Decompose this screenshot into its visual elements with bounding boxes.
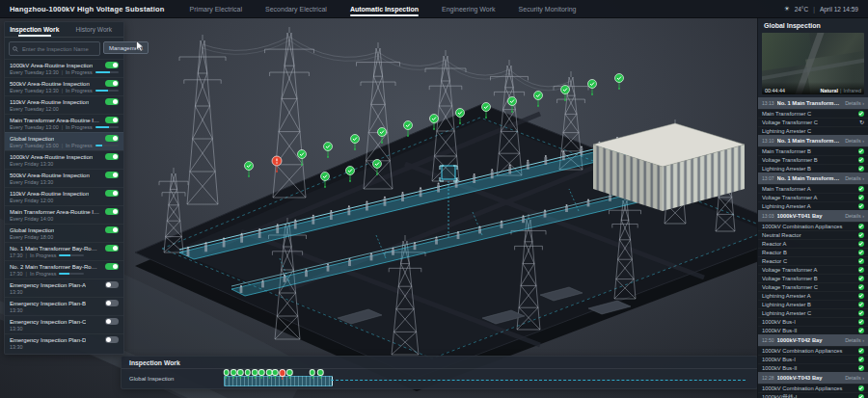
device-row[interactable]: Voltage Transformer A: [758, 193, 868, 201]
device-row[interactable]: Voltage Transformer C: [758, 282, 868, 291]
ok-marker[interactable]: [588, 80, 597, 96]
device-row[interactable]: Reactor B: [758, 248, 868, 256]
inspection-enable-toggle[interactable]: [105, 226, 119, 233]
group-details-link[interactable]: Details ›: [845, 375, 864, 381]
inspection-enable-toggle[interactable]: [105, 318, 119, 325]
device-row[interactable]: Voltage Transformer B: [758, 274, 868, 282]
inspection-enable-toggle[interactable]: [105, 98, 119, 105]
tab-inspection-work[interactable]: Inspection Work: [5, 22, 65, 37]
device-row[interactable]: 1000kV/母线-I: [758, 392, 868, 398]
inspection-enable-toggle[interactable]: [105, 190, 119, 197]
device-row[interactable]: Lightning Arrester A: [758, 291, 868, 300]
inspection-enable-toggle[interactable]: [105, 153, 119, 160]
video-mode-toggle[interactable]: Natural | Infrared: [820, 88, 861, 93]
device-row[interactable]: Neutral Reactor: [758, 230, 868, 239]
timeline-ok-pin[interactable]: [286, 369, 293, 379]
mode-natural[interactable]: Natural: [820, 88, 838, 93]
device-row[interactable]: 1000kV Bus-I: [758, 355, 868, 363]
device-row[interactable]: Main Transformer B: [758, 146, 868, 155]
management-button[interactable]: Management: [103, 41, 149, 54]
device-row[interactable]: Lightning Arrester A: [758, 201, 868, 210]
group-details-link[interactable]: Details ›: [845, 175, 864, 181]
nav-item-security-monitoring[interactable]: Security Monitoring: [519, 0, 577, 17]
timeline-alert-pin[interactable]: [279, 369, 286, 380]
device-row[interactable]: Voltage Transformer C↻: [758, 118, 868, 126]
device-row[interactable]: Main Transformer A: [758, 184, 868, 193]
device-row[interactable]: Reactor C: [758, 256, 868, 265]
ok-marker[interactable]: [298, 150, 307, 167]
inspection-list-item[interactable]: Main Transformer Area-Routine Inspection…: [5, 114, 123, 132]
device-row[interactable]: 1000kV Combination Appliances: [758, 346, 868, 355]
timeline-track[interactable]: [224, 369, 746, 387]
mode-infrared[interactable]: Infrared: [843, 88, 861, 93]
device-row[interactable]: Voltage Transformer B: [758, 155, 868, 164]
device-row[interactable]: Reactor A: [758, 239, 868, 248]
inspection-enable-toggle[interactable]: [105, 300, 119, 306]
inspection-enable-toggle[interactable]: [105, 281, 119, 288]
nav-item-engineering-work[interactable]: Engineering Work: [442, 0, 496, 17]
timeline-ok-pin[interactable]: [245, 369, 252, 379]
timeline-ok-pin[interactable]: [310, 369, 316, 379]
tab-history-work[interactable]: History Work: [65, 22, 124, 37]
timeline-ok-pin[interactable]: [258, 369, 265, 379]
inspection-list-item[interactable]: Main Transformer Area-Routine Inspection…: [5, 205, 123, 224]
nav-item-primary-electrical[interactable]: Primary Electrical: [190, 0, 242, 17]
group-details-link[interactable]: Details ›: [845, 138, 864, 144]
inspection-list-item[interactable]: 110kV Area-Routine InspectionEvery Frida…: [5, 187, 123, 205]
inspection-enable-toggle[interactable]: [105, 172, 119, 178]
inspection-list-item[interactable]: Emergency Inspection Plan-A13:30: [5, 279, 123, 297]
inspection-enable-toggle[interactable]: [105, 336, 119, 343]
device-row[interactable]: 1000kV Bus-I: [758, 317, 868, 326]
ok-marker[interactable]: [615, 74, 624, 91]
inspection-list-item[interactable]: Global InspectionEvery Friday 18:00: [5, 224, 123, 242]
inspection-video-thumbnail[interactable]: 00:44:44 Natural | Infrared: [762, 33, 864, 94]
inspection-enable-toggle[interactable]: [105, 245, 119, 252]
inspection-list-item[interactable]: 1000kV Area-Routine InspectionEvery Tues…: [5, 59, 123, 77]
inspection-list-item[interactable]: 500kV Area-Routine InspectionEvery Frida…: [5, 169, 123, 187]
timeline-ok-pin[interactable]: [252, 369, 258, 379]
device-row[interactable]: 1000kV Combination Appliances: [758, 384, 868, 392]
inspection-enable-toggle[interactable]: [105, 135, 119, 142]
alert-marker[interactable]: [272, 156, 282, 172]
ok-marker[interactable]: [561, 86, 570, 102]
nav-item-automatic-inspection[interactable]: Automatic Inspection: [350, 0, 419, 17]
nav-item-secondary-electrical[interactable]: Secondary Electrical: [265, 0, 327, 17]
ok-marker[interactable]: [324, 143, 333, 159]
inspection-list-item[interactable]: No. 2 Main Transformer Bay-Routine Inspe…: [5, 260, 123, 279]
substation-3d-scene[interactable]: [0, 0, 868, 398]
device-row[interactable]: Lightning Arrester C: [758, 126, 868, 135]
inspection-list-item[interactable]: Emergency Inspection Plan-C13:30: [5, 315, 123, 333]
group-details-link[interactable]: Details ›: [845, 337, 864, 343]
timeline-ok-pin[interactable]: [223, 369, 230, 379]
device-row[interactable]: 1000kV Combination Appliances: [758, 222, 868, 230]
device-row[interactable]: Lightning Arrester B: [758, 300, 868, 308]
group-details-link[interactable]: Details ›: [845, 100, 864, 106]
device-row[interactable]: Lightning Arrester C: [758, 308, 868, 317]
timeline-ok-pin[interactable]: [317, 369, 324, 379]
inspection-list-item[interactable]: Emergency Inspection Plan-D13:30: [5, 333, 123, 352]
timeline-ok-pin[interactable]: [272, 369, 279, 379]
timeline-ok-pin[interactable]: [237, 369, 244, 379]
inspection-enable-toggle[interactable]: [105, 62, 119, 68]
inspection-enable-toggle[interactable]: [105, 208, 119, 215]
search-box[interactable]: [9, 41, 100, 56]
inspection-list-item[interactable]: Emergency Inspection Plan-B13:30: [5, 297, 123, 315]
ok-marker[interactable]: [534, 92, 543, 108]
inspection-enable-toggle[interactable]: [105, 117, 119, 123]
inspection-list-item[interactable]: Global InspectionEvery Tuesday 15:00|In …: [5, 132, 123, 150]
ok-marker[interactable]: [351, 135, 360, 151]
device-row[interactable]: 1000kV Bus-II: [758, 363, 868, 372]
device-row[interactable]: 1000kV Bus-II: [758, 326, 868, 334]
inspection-enable-toggle[interactable]: [105, 263, 119, 270]
search-input[interactable]: [20, 45, 96, 53]
device-row[interactable]: Lightning Arrester B: [758, 164, 868, 172]
device-row[interactable]: Voltage Transformer A: [758, 265, 868, 274]
inspection-enable-toggle[interactable]: [105, 80, 119, 87]
inspection-list-item[interactable]: No. 1 Main Transformer Bay-Routine Inspe…: [5, 242, 123, 260]
device-row[interactable]: Main Transformer C: [758, 109, 868, 118]
group-details-link[interactable]: Details ›: [845, 213, 864, 219]
inspection-list-item[interactable]: 110kV Area-Routine InspectionEvery Tuesd…: [5, 95, 123, 114]
inspection-list-item[interactable]: 500kV Area-Routine InspectionEvery Tuesd…: [5, 77, 123, 95]
inspection-list-item[interactable]: 1000kV Area-Routine InspectionEvery Frid…: [5, 150, 123, 169]
ok-marker[interactable]: [245, 162, 254, 178]
